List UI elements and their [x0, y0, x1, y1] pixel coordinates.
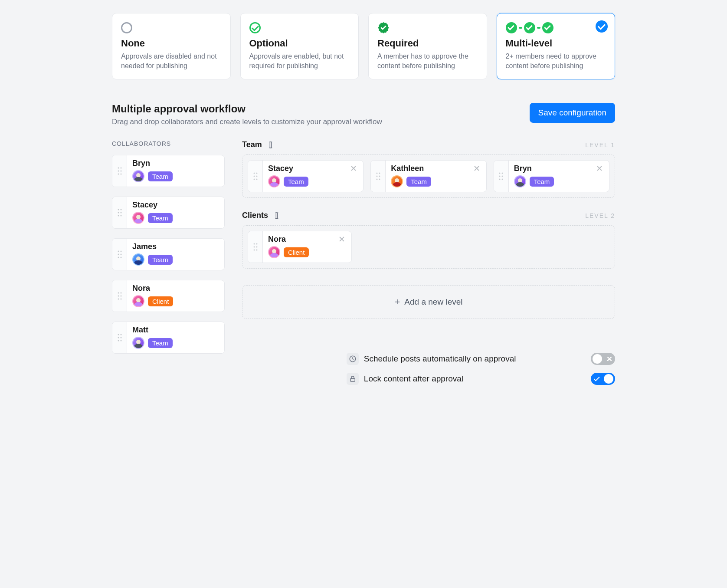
save-configuration-button[interactable]: Save configuration — [530, 103, 615, 123]
avatar — [132, 337, 144, 349]
svg-rect-30 — [270, 142, 271, 148]
setting-auto-schedule: Schedule posts automatically on approval — [347, 353, 615, 365]
svg-point-24 — [118, 334, 119, 335]
level-label: LEVEL 1 — [585, 141, 615, 148]
level-card-nora[interactable]: Nora Client — [248, 231, 352, 263]
role-tag: Team — [148, 213, 173, 223]
level-1-dropzone[interactable]: Stacey Team — [242, 154, 615, 198]
lock-icon — [347, 373, 359, 385]
role-tag: Team — [148, 338, 173, 348]
svg-point-29 — [120, 340, 121, 342]
remove-member-button[interactable] — [596, 165, 605, 174]
collaborator-card-matt[interactable]: Matt Team — [112, 322, 225, 354]
role-tag: Team — [406, 177, 431, 187]
avatar — [132, 253, 144, 266]
collaborator-name: Matt — [132, 325, 219, 335]
role-tag: Client — [284, 247, 309, 257]
drag-handle-icon[interactable] — [112, 155, 127, 187]
drag-handle-icon[interactable] — [112, 197, 127, 228]
rename-icon[interactable] — [272, 211, 281, 220]
collaborator-card-stacey[interactable]: Stacey Team — [112, 197, 225, 229]
option-optional-desc: Approvals are enabled, but not required … — [249, 52, 350, 70]
svg-point-17 — [120, 257, 121, 258]
setting-lock-content: Lock content after approval — [347, 373, 615, 385]
svg-point-9 — [120, 212, 121, 214]
add-level-label: Add a new level — [404, 297, 462, 307]
svg-point-28 — [118, 340, 119, 342]
svg-point-39 — [376, 176, 377, 177]
approval-settings: Schedule posts automatically on approval… — [347, 353, 615, 385]
svg-point-20 — [118, 296, 119, 297]
collaborator-name: Nora — [132, 284, 219, 293]
collaborator-name: Stacey — [132, 200, 219, 210]
remove-member-button[interactable] — [350, 165, 359, 174]
avatar — [132, 295, 144, 307]
drag-handle-icon[interactable] — [112, 280, 127, 312]
level-2-dropzone[interactable]: Nora Client — [242, 225, 615, 269]
svg-point-8 — [118, 212, 119, 214]
collaborator-card-bryn[interactable]: Bryn Team — [112, 155, 225, 187]
collaborator-name: James — [132, 242, 219, 251]
option-optional-card[interactable]: Optional Approvals are enabled, but not … — [240, 13, 359, 79]
level-name: Team — [242, 140, 262, 149]
level-card-kathleen[interactable]: Kathleen Team — [370, 160, 486, 192]
svg-point-47 — [499, 179, 501, 180]
levels-column: Team LEVEL 1 — [242, 140, 615, 385]
svg-point-50 — [253, 243, 255, 245]
svg-point-52 — [253, 246, 255, 248]
selected-check-icon — [596, 20, 608, 33]
rename-icon[interactable] — [266, 141, 275, 149]
svg-point-33 — [253, 176, 255, 177]
svg-point-27 — [120, 337, 121, 338]
lock-content-toggle[interactable] — [591, 373, 615, 385]
option-required-title: Required — [377, 38, 478, 49]
svg-point-37 — [376, 173, 377, 174]
collaborator-card-james[interactable]: James Team — [112, 238, 225, 270]
drag-handle-icon[interactable] — [112, 322, 127, 353]
level-card-stacey[interactable]: Stacey Team — [248, 160, 364, 192]
option-multilevel-title: Multi-level — [506, 38, 606, 49]
avatar — [132, 212, 144, 224]
svg-point-1 — [120, 168, 121, 169]
check-circle-icon — [249, 22, 261, 33]
add-level-button[interactable]: + Add a new level — [242, 285, 615, 319]
clock-icon — [347, 353, 359, 365]
avatar — [268, 175, 280, 187]
svg-point-2 — [118, 171, 119, 172]
drag-handle-icon[interactable] — [371, 161, 386, 192]
role-tag: Team — [148, 255, 173, 265]
svg-point-53 — [256, 246, 257, 248]
auto-schedule-toggle[interactable] — [591, 353, 615, 365]
drag-handle-icon[interactable] — [248, 161, 263, 192]
svg-point-15 — [120, 254, 121, 255]
svg-point-54 — [253, 250, 255, 251]
verified-badge-icon — [377, 22, 390, 34]
level-2: Clients LEVEL 2 — [242, 211, 615, 269]
remove-member-button[interactable] — [473, 165, 482, 174]
workflow-section-header: Multiple approval workflow Drag and drop… — [112, 103, 615, 126]
collaborators-column: COLLABORATORS Bryn Team — [112, 140, 225, 354]
svg-point-10 — [118, 215, 119, 217]
svg-point-16 — [118, 257, 119, 258]
drag-handle-icon[interactable] — [248, 231, 263, 263]
option-multilevel-card[interactable]: Multi-level 2+ members need to approve c… — [497, 13, 616, 79]
level-card-bryn[interactable]: Bryn Team — [494, 160, 609, 192]
svg-rect-49 — [276, 213, 277, 218]
remove-member-button[interactable] — [338, 236, 347, 244]
option-required-card[interactable]: Required A member has to approve the con… — [368, 13, 487, 79]
svg-point-4 — [118, 174, 119, 175]
svg-point-36 — [256, 179, 257, 180]
drag-handle-icon[interactable] — [494, 161, 509, 192]
svg-point-40 — [379, 176, 380, 177]
multi-check-chain-icon — [506, 22, 553, 33]
svg-point-46 — [502, 176, 503, 177]
svg-point-18 — [118, 292, 119, 294]
svg-point-19 — [120, 292, 121, 294]
collaborators-heading: COLLABORATORS — [112, 140, 225, 147]
collaborator-card-nora[interactable]: Nora Client — [112, 280, 225, 312]
drag-handle-icon[interactable] — [112, 239, 127, 270]
svg-point-44 — [502, 173, 503, 174]
member-name: Bryn — [514, 164, 604, 173]
option-none-card[interactable]: None Approvals are disabled and not need… — [112, 13, 231, 79]
option-optional-title: Optional — [249, 38, 350, 49]
